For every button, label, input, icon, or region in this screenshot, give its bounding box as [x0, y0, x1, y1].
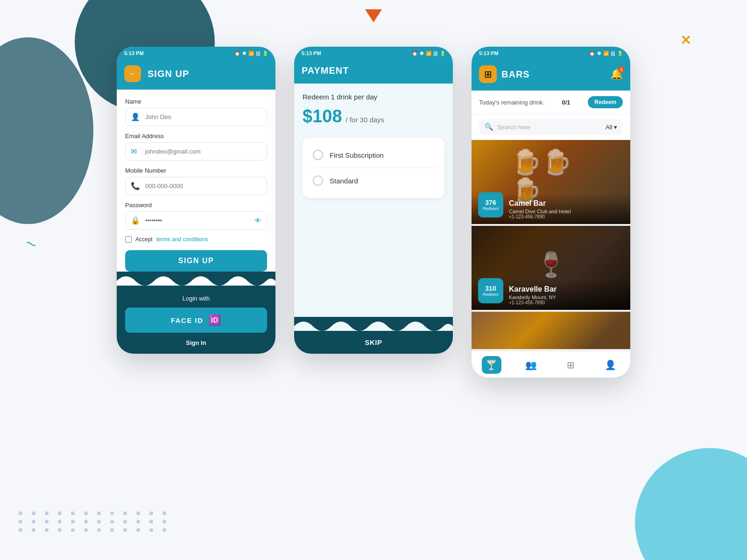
name-input[interactable] [125, 108, 267, 126]
nav-social-tab[interactable]: 👥 [521, 356, 541, 374]
payment-header: PAYMENT [294, 60, 453, 84]
login-with-label: Login with [125, 295, 267, 302]
nav-bars-tab[interactable]: 🍸 [482, 356, 501, 374]
redeem-description: Redeem 1 drink per day [303, 93, 444, 101]
signup-header: ← SIGN UP [117, 60, 275, 90]
radio-first[interactable] [313, 150, 323, 160]
terms-link[interactable]: terms and conditions [156, 236, 208, 243]
email-field-group: Email Address ✉ [125, 133, 267, 161]
status-bar-phone3: 5:13 PM ⏰ ✱ 📶 ||| 🔋 [472, 47, 630, 60]
close-button[interactable]: ✕ [680, 33, 691, 48]
status-time-phone3: 5:13 PM [479, 50, 499, 56]
search-bar: 🔍 Search here All ▾ [472, 114, 630, 140]
status-time-phone2: 5:13 PM [302, 50, 321, 56]
terms-checkbox[interactable] [125, 236, 132, 243]
remaining-drinks-bar: Today's remaining drink. 0/1 Redeem [472, 91, 630, 114]
redeem-button-top[interactable]: Redeem [588, 96, 623, 108]
bars-title: BARS [501, 69, 530, 80]
mail-icon: ✉ [131, 147, 137, 156]
mobile-input[interactable] [125, 177, 267, 195]
bar-phone-karavelle: +1-123-456-7890 [509, 300, 624, 305]
search-input-wrapper: 🔍 Search here All ▾ [479, 119, 623, 135]
signal-icon: ||| [611, 51, 615, 56]
phone-bars: 5:13 PM ⏰ ✱ 📶 ||| 🔋 ⊞ BARS 🔔 1 Today's r… [472, 47, 630, 378]
bartender-icon: 🍷 [536, 251, 566, 279]
wifi-icon: 📶 [248, 51, 254, 56]
subscription-option-standard[interactable]: Standard [309, 168, 438, 193]
signup-button[interactable]: SIGN UP [125, 250, 267, 272]
redeem-badge-karavelle[interactable]: 310 Redeem [478, 278, 503, 303]
redeem-badge-camel[interactable]: 376 Redeem [478, 192, 503, 217]
face-id-icon: 🆔 [208, 314, 222, 326]
wifi-icon: 📶 [603, 51, 609, 56]
eye-icon[interactable]: 👁 [254, 217, 261, 224]
bar-location-camel: Camel Dive Club and Hotel [509, 209, 624, 214]
signup-title: SIGN UP [148, 69, 189, 79]
mobile-field-group: Mobile Number 📞 [125, 167, 267, 195]
wave-divider [117, 272, 275, 286]
payment-title: PAYMENT [302, 65, 445, 76]
bar-name-karavelle: Karavelle Bar [509, 285, 624, 294]
bar-image-3 [472, 312, 630, 349]
nav-profile-tab[interactable]: 👤 [601, 356, 620, 374]
notification-button[interactable]: 🔔 1 [610, 68, 623, 80]
bar-name-camel: Camel Bar [509, 199, 624, 208]
phone-icon: 📞 [131, 182, 140, 190]
phone-payment: 5:13 PM ⏰ ✱ 📶 ||| 🔋 PAYMENT Redeem 1 dri… [294, 47, 453, 354]
remaining-label: Today's remaining drink. [479, 99, 544, 106]
skip-button[interactable]: SKIP [302, 338, 445, 346]
payment-bottom-section: SKIP [294, 331, 453, 354]
name-field-group: Name 👤 [125, 98, 267, 126]
email-label: Email Address [125, 133, 267, 140]
user-icon: 👤 [131, 112, 140, 121]
alarm-icon: ⏰ [412, 51, 417, 56]
faceid-button[interactable]: FACE ID 🆔 [125, 308, 267, 333]
redeem-badge-label-karavelle: Redeem [483, 292, 499, 297]
alarm-icon: ⏰ [589, 51, 595, 56]
email-input-wrapper: ✉ [125, 142, 267, 161]
bg-decoration-circle-br [635, 448, 747, 560]
alarm-icon: ⏰ [234, 51, 240, 56]
price-period: / for 30 days [346, 116, 385, 124]
battery-icon: 🔋 [262, 51, 268, 56]
bg-decoration-squiggle: ~ [22, 232, 40, 255]
wave-divider-payment [294, 317, 453, 331]
phones-container: 5:13 PM ⏰ ✱ 📶 ||| 🔋 ← SIGN UP Name 👤 [117, 47, 630, 378]
password-input-wrapper: 🔒 👁 [125, 211, 267, 230]
name-label: Name [125, 98, 267, 105]
accept-label: Accept [135, 236, 153, 243]
bluetooth-icon: ✱ [242, 51, 246, 56]
filter-label[interactable]: All ▾ [606, 124, 617, 131]
subscription-options-container: First Subscription Standard [303, 138, 444, 198]
radio-standard[interactable] [313, 175, 323, 186]
back-button[interactable]: ← [124, 65, 141, 82]
nav-grid-tab[interactable]: ⊞ [561, 356, 581, 374]
signal-icon: ||| [434, 51, 437, 56]
bluetooth-icon: ✱ [420, 51, 423, 56]
password-input[interactable] [125, 211, 267, 230]
price-amount: $108 [303, 106, 342, 126]
bar-card-karavelle[interactable]: 🍷 Karavelle Bar Karabelly Mount, NY +1-1… [472, 226, 630, 310]
bars-list: 🍺🍺🍺 Camel Bar Camel Dive Club and Hotel … [472, 140, 630, 351]
email-input[interactable] [125, 142, 267, 161]
status-bar-phone1: 5:13 PM ⏰ ✱ 📶 ||| 🔋 [117, 47, 275, 60]
wifi-icon: 📶 [426, 51, 431, 56]
bar-card-3[interactable] [472, 312, 630, 349]
search-icon: 🔍 [485, 123, 493, 131]
payment-body: Redeem 1 drink per day $108 / for 30 day… [294, 84, 453, 317]
signin-link[interactable]: Sign In [125, 339, 267, 346]
faceid-label: FACE ID [171, 316, 204, 324]
signal-icon: ||| [256, 51, 260, 56]
bar-card-camel[interactable]: 🍺🍺🍺 Camel Bar Camel Dive Club and Hotel … [472, 140, 630, 224]
signup-form-body: Name 👤 Email Address ✉ Mobile Number 📞 [117, 90, 275, 272]
status-icons-phone3: ⏰ ✱ 📶 ||| 🔋 [589, 51, 623, 56]
bluetooth-icon: ✱ [597, 51, 601, 56]
bars-logo-area: ⊞ BARS [479, 65, 530, 83]
notification-badge: 1 [618, 66, 625, 73]
password-label: Password [125, 202, 267, 209]
name-input-wrapper: 👤 [125, 108, 267, 126]
terms-checkbox-row: Accept terms and conditions [125, 236, 267, 243]
subscription-option-first[interactable]: First Subscription [309, 142, 438, 168]
password-field-group: Password 🔒 👁 [125, 202, 267, 230]
redeem-count-camel: 376 [485, 199, 496, 206]
